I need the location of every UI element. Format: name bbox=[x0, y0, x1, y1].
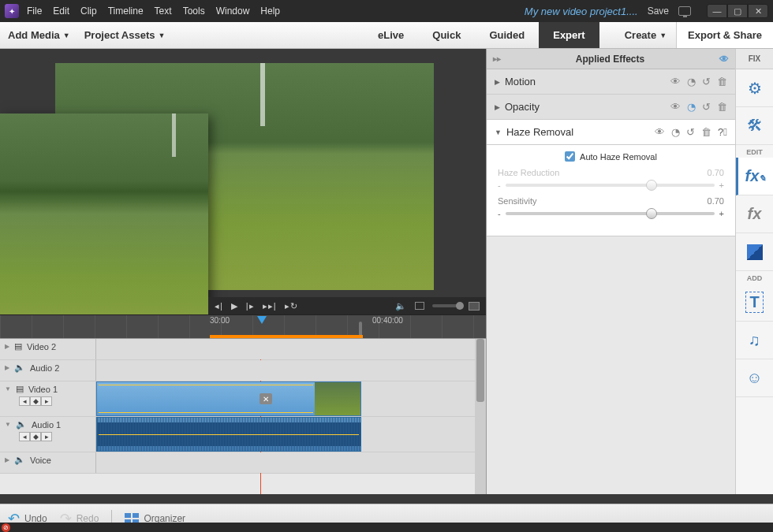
menu-edit[interactable]: Edit bbox=[53, 6, 69, 17]
window-close[interactable]: ✕ bbox=[748, 4, 768, 18]
safe-margins-icon[interactable] bbox=[415, 302, 424, 310]
step-fwd-button[interactable]: |▸ bbox=[246, 301, 255, 311]
display-icon[interactable] bbox=[678, 6, 691, 16]
graphics-button[interactable]: ☺ bbox=[736, 359, 773, 397]
zoom-slider[interactable] bbox=[432, 304, 461, 307]
collapse-icon[interactable]: ▼ bbox=[5, 385, 11, 392]
window-minimize[interactable]: — bbox=[707, 4, 727, 18]
trash-icon[interactable]: 🗑 bbox=[701, 126, 711, 138]
fix-tab[interactable]: FIX bbox=[736, 49, 773, 69]
track-header-video2[interactable]: ▶▤Video 2 bbox=[0, 339, 96, 359]
next-frame-button[interactable]: ▸▸| bbox=[263, 301, 277, 311]
mode-guided[interactable]: Guided bbox=[475, 22, 539, 48]
eye-icon[interactable]: 👁 bbox=[670, 101, 681, 113]
track-content-audio2[interactable] bbox=[96, 360, 486, 381]
reset-icon[interactable]: ↺ bbox=[686, 126, 695, 138]
error-indicator-icon[interactable]: ⊘ bbox=[2, 523, 10, 532]
track-label: Video 1 bbox=[28, 385, 58, 394]
caret-down-icon: ▼ bbox=[63, 32, 70, 39]
trash-icon[interactable]: 🗑 bbox=[717, 101, 727, 113]
track-content-video2[interactable] bbox=[96, 339, 486, 359]
reset-icon[interactable]: ↺ bbox=[702, 101, 711, 113]
adjust-button[interactable]: ⚙ bbox=[736, 69, 773, 107]
fullscreen-button[interactable] bbox=[469, 302, 480, 311]
expand-icon[interactable]: ▶ bbox=[495, 78, 500, 86]
collapse-panel-icon[interactable]: ▸▸ bbox=[493, 54, 501, 63]
track-label: Video 2 bbox=[27, 342, 56, 352]
expand-icon[interactable]: ▶ bbox=[495, 103, 500, 111]
step-back-button[interactable]: ◂| bbox=[215, 301, 223, 311]
menu-file[interactable]: File bbox=[27, 6, 42, 17]
track-header-audio1[interactable]: ▼🔈Audio 1 ◂◆▸ bbox=[0, 417, 96, 452]
menu-tools[interactable]: Tools bbox=[183, 6, 205, 17]
mode-quick[interactable]: Quick bbox=[418, 22, 475, 48]
export-share-button[interactable]: Export & Share bbox=[676, 22, 773, 48]
add-media-button[interactable]: Add Media▼ bbox=[8, 29, 70, 41]
ruler-tick: 00:40:00 bbox=[372, 316, 403, 325]
eye-icon[interactable]: 👁 bbox=[670, 76, 681, 87]
transport-bar: ◂| ▶ |▸ ▸▸| ▸↻ 🔈 bbox=[208, 297, 486, 314]
collapse-icon[interactable]: ▼ bbox=[5, 421, 11, 428]
track-content-voice[interactable] bbox=[96, 452, 486, 473]
track-header-video1[interactable]: ▼▤Video 1 ◂◆▸ bbox=[0, 381, 96, 416]
playhead-marker[interactable] bbox=[257, 316, 267, 329]
expand-icon[interactable]: ▶ bbox=[5, 364, 9, 371]
expand-icon[interactable]: ▶ bbox=[5, 343, 9, 350]
play-button[interactable]: ▶ bbox=[231, 301, 238, 311]
top-toolbar: Add Media▼ Project Assets▼ eLive Quick G… bbox=[0, 22, 773, 49]
menu-help[interactable]: Help bbox=[260, 6, 280, 17]
eye-icon[interactable]: 👁 bbox=[655, 126, 665, 138]
time-ruler[interactable]: 30:00 00:40:00 bbox=[0, 314, 486, 338]
toggle-preview-icon[interactable]: 👁 bbox=[719, 54, 729, 65]
loop-button[interactable]: ▸↻ bbox=[285, 301, 298, 311]
create-button[interactable]: Create▼ bbox=[625, 29, 667, 41]
transitions-button[interactable] bbox=[736, 233, 773, 271]
mode-elive[interactable]: eLive bbox=[364, 22, 418, 48]
speaker-icon[interactable]: 🔈 bbox=[395, 301, 407, 311]
track-content-video1[interactable]: ✕ bbox=[96, 381, 486, 416]
effect-haze-removal[interactable]: ▼ Haze Removal 👁 ◔ ↺ 🗑 ?⃝ bbox=[487, 120, 735, 145]
expand-icon[interactable]: ▶ bbox=[5, 456, 9, 463]
reset-icon[interactable]: ↺ bbox=[702, 76, 711, 87]
music-button[interactable]: ♫ bbox=[736, 322, 773, 359]
trash-icon[interactable]: 🗑 bbox=[717, 76, 727, 87]
clip-fx-badge[interactable]: ✕ bbox=[260, 393, 272, 404]
tools-button[interactable]: 🛠 bbox=[736, 107, 773, 145]
slider-thumb[interactable] bbox=[646, 208, 657, 219]
menu-timeline[interactable]: Timeline bbox=[108, 6, 144, 17]
menu-window[interactable]: Window bbox=[216, 6, 250, 17]
speaker-icon: 🔈 bbox=[14, 363, 25, 373]
floating-preview[interactable] bbox=[0, 113, 208, 314]
mode-expert[interactable]: Expert bbox=[539, 22, 599, 48]
video-clip[interactable]: ✕ bbox=[96, 381, 361, 416]
track-header-voice[interactable]: ▶🔈Voice bbox=[0, 452, 96, 473]
track-header-audio2[interactable]: ▶🔈Audio 2 bbox=[0, 360, 96, 381]
auto-haze-checkbox[interactable]: Auto Haze Removal bbox=[498, 151, 724, 162]
track-label: Voice bbox=[30, 456, 51, 465]
keyframe-nav[interactable]: ◂◆▸ bbox=[19, 432, 91, 441]
effect-opacity[interactable]: ▶ Opacity 👁 ◔ ↺ 🗑 bbox=[487, 95, 735, 120]
titles-button[interactable]: T bbox=[736, 284, 773, 322]
save-button[interactable]: Save bbox=[648, 6, 669, 17]
track-content-audio1[interactable] bbox=[96, 417, 486, 452]
menu-clip[interactable]: Clip bbox=[80, 6, 97, 17]
audio-clip[interactable] bbox=[96, 417, 361, 452]
stopwatch-icon[interactable]: ◔ bbox=[671, 126, 680, 138]
sensitivity-slider[interactable] bbox=[506, 212, 715, 215]
keyframe-nav[interactable]: ◂◆▸ bbox=[19, 396, 91, 406]
auto-haze-input[interactable] bbox=[565, 151, 575, 162]
applied-effects-button[interactable]: fx✎ bbox=[736, 158, 773, 195]
menu-text[interactable]: Text bbox=[155, 6, 172, 17]
slider-thumb[interactable] bbox=[646, 180, 657, 191]
timeline-scrollbar[interactable] bbox=[475, 339, 486, 494]
window-maximize[interactable]: ▢ bbox=[727, 4, 748, 18]
stopwatch-icon[interactable]: ◔ bbox=[687, 76, 696, 87]
effects-button[interactable]: fx bbox=[736, 195, 773, 233]
collapse-icon[interactable]: ▼ bbox=[495, 128, 502, 136]
help-icon[interactable]: ?⃝ bbox=[718, 126, 727, 138]
haze-reduction-slider[interactable] bbox=[506, 184, 715, 187]
project-assets-button[interactable]: Project Assets▼ bbox=[84, 29, 166, 41]
film-icon: ▤ bbox=[16, 384, 24, 394]
effect-motion[interactable]: ▶ Motion 👁 ◔ ↺ 🗑 bbox=[487, 69, 735, 95]
stopwatch-icon[interactable]: ◔ bbox=[687, 101, 696, 113]
